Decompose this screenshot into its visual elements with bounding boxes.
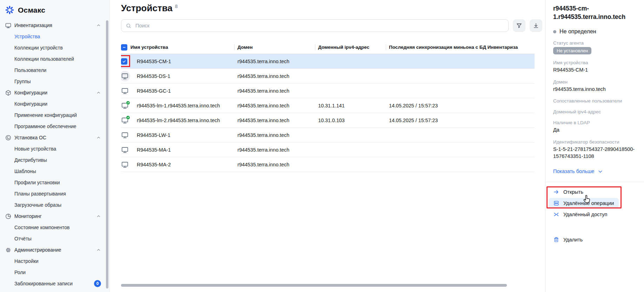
app-logo[interactable]: Осмакс — [0, 0, 109, 19]
ldap-label: Наличие в LDAP — [553, 120, 637, 125]
device-sync-cell — [386, 142, 535, 157]
sidebar-item-reports[interactable]: Отчёты — [0, 233, 109, 244]
sidebar-item-label: Заблокированные записи — [14, 281, 73, 286]
table-row[interactable]: R944535-LW-1 r944535.terra.inno.tech — [121, 128, 535, 142]
sidebar-scrollbar[interactable] — [106, 20, 108, 288]
device-domain-cell: r944535.terra.inno.tech — [234, 54, 315, 69]
search-box[interactable] — [121, 19, 509, 32]
chevron-up-icon — [96, 90, 101, 95]
filter-button[interactable] — [513, 19, 525, 32]
blocked-accounts-count-badge: 0 — [94, 280, 101, 287]
sidebar-item-label: Устройства — [14, 34, 40, 39]
device-ip-cell — [315, 142, 386, 157]
main-content: Устройства 8 Имя устройства Домен — [110, 0, 545, 292]
sidebar-item-distributions[interactable]: Дистрибутивы — [0, 154, 109, 166]
sidebar-section-inventory[interactable]: Инвентаризация — [0, 20, 109, 31]
device-domain-cell: r944535.terra.inno.tech — [234, 69, 315, 84]
table-row[interactable]: R944535-MA-2 r944535.terra.inno.tech — [121, 157, 535, 172]
devices-table: Имя устройства Домен Доменный ipv4-адрес… — [121, 41, 535, 172]
open-button[interactable]: Открыть — [549, 187, 588, 197]
row-checkbox[interactable] — [121, 58, 127, 65]
agent-status-badge: Не установлен — [553, 47, 591, 54]
device-icon — [121, 161, 129, 168]
sid-value: S-1-5-21-2781754327-2890418500-157674335… — [553, 146, 637, 160]
column-header-domain[interactable]: Домен — [234, 41, 315, 54]
column-header-ip[interactable]: Доменный ipv4-адрес — [315, 41, 386, 54]
sidebar-section-configurations[interactable]: Конфигурации — [0, 87, 109, 98]
select-all-checkbox[interactable] — [121, 44, 127, 51]
export-button[interactable] — [530, 19, 542, 32]
device-icon — [121, 117, 129, 124]
sidebar-item-settings[interactable]: Настройки — [0, 255, 109, 267]
sidebar-item-component-status[interactable]: Состояние компонентов — [0, 222, 109, 233]
sidebar-item-users[interactable]: Пользователи — [0, 65, 109, 76]
table-row[interactable]: R944535-MA-1 r944535.terra.inno.tech — [121, 142, 535, 157]
ldap-value: Да — [553, 127, 637, 134]
sidebar-section-monitoring[interactable]: Мониторинг — [0, 211, 109, 222]
device-ip-cell: 10.31.0.103 — [315, 113, 386, 128]
sidebar-item-label: Состояние компонентов — [14, 225, 70, 230]
section-label: Установка ОС — [14, 135, 46, 140]
sidebar-item-software[interactable]: Программное обеспечение — [0, 121, 109, 132]
sidebar-item-new-devices[interactable]: Новые устройства — [0, 143, 109, 154]
sidebar-item-devices[interactable]: Устройства — [0, 31, 109, 42]
sidebar-item-device-collections[interactable]: Коллекции устройств — [0, 42, 109, 53]
column-header-sync[interactable]: Последняя синхронизация миньона с БД Инв… — [386, 41, 535, 54]
column-header-name[interactable]: Имя устройства — [130, 41, 234, 54]
sidebar-item-configurations[interactable]: Конфигурации — [0, 98, 109, 109]
table-row[interactable]: r944535-lm-1.r944535.terra.inno.tech r94… — [121, 98, 535, 113]
sidebar-item-label: Дистрибутивы — [14, 157, 47, 163]
device-name-cell: R944535-MA-1 — [130, 142, 234, 157]
sidebar-section-os-install[interactable]: Установка ОС — [0, 132, 109, 143]
chevron-up-icon — [96, 23, 101, 28]
table-horizontal-scrollbar[interactable] — [121, 284, 507, 287]
section-label: Конфигурации — [14, 90, 47, 95]
sidebar-item-groups[interactable]: Группы — [0, 76, 109, 87]
device-domain-cell: r944535.terra.inno.tech — [234, 128, 315, 142]
device-name-cell: R944535-MA-2 — [130, 157, 234, 172]
table-row[interactable]: r944535-lm-2.r944535.terra.inno.tech r94… — [121, 113, 535, 128]
remote-operations-icon — [553, 200, 559, 206]
device-name-cell: r944535-lm-2.r944535.terra.inno.tech — [130, 113, 234, 128]
ip-label: Доменный ipv4-адрес — [553, 109, 637, 114]
sidebar-item-user-collections[interactable]: Коллекции пользователей — [0, 53, 109, 65]
device-domain-cell: r944535.terra.inno.tech — [234, 142, 315, 157]
device-domain-cell: r944535.terra.inno.tech — [234, 84, 315, 98]
chevron-up-icon — [96, 247, 101, 252]
sidebar-item-label: Новые устройства — [14, 146, 56, 152]
arrow-right-icon — [553, 189, 559, 195]
remote-access-icon — [553, 211, 559, 218]
sidebar-item-label: Шаблоны — [14, 168, 36, 174]
sidebar-item-label: Применение конфигураций — [14, 112, 77, 118]
section-label: Мониторинг — [14, 213, 42, 219]
chevron-up-icon — [96, 214, 101, 219]
sidebar-item-templates[interactable]: Шаблоны — [0, 166, 109, 177]
table-row[interactable]: R944535-GC-1 r944535.terra.inno.tech — [121, 84, 535, 98]
sidebar-item-deployment-plans[interactable]: Планы развертывания — [0, 188, 109, 199]
device-ip-cell — [315, 128, 386, 142]
sidebar-item-boot-images[interactable]: Загрузочные образы — [0, 199, 109, 211]
remote-access-button[interactable]: Удалённый доступ — [549, 209, 612, 220]
delete-button[interactable]: Удалить — [549, 234, 588, 245]
sidebar-item-roles[interactable]: Роли — [0, 267, 109, 278]
sidebar-item-label: Коллекции пользователей — [14, 56, 74, 62]
sidebar-item-label: Планы развертывания — [14, 191, 66, 197]
search-input[interactable] — [135, 22, 504, 29]
sidebar-item-install-profiles[interactable]: Профили установки — [0, 177, 109, 188]
detail-title: r944535-cm-1.r944535.terra.inno.tech — [553, 5, 637, 21]
remote-operations-button[interactable]: Удалённые операции — [549, 198, 619, 208]
sidebar-item-config-apply[interactable]: Применение конфигураций — [0, 109, 109, 121]
app-logo-icon — [5, 5, 14, 15]
device-icon — [121, 146, 129, 154]
check-icon — [122, 59, 126, 64]
show-more-link[interactable]: Показать больше — [553, 168, 637, 174]
table-row[interactable]: R944535-DS-1 r944535.terra.inno.tech — [121, 69, 535, 84]
sidebar-section-administration[interactable]: Администрирование — [0, 244, 109, 255]
sidebar-item-label: Профили установки — [14, 180, 60, 185]
device-icon — [121, 72, 129, 80]
device-sync-cell — [386, 157, 535, 172]
sidebar-item-blocked-accounts[interactable]: Заблокированные записи 0 — [0, 278, 109, 289]
table-row[interactable]: R944535-CM-1 r944535.terra.inno.tech — [121, 54, 535, 69]
domain-value: r944535.terra.inno.tech — [553, 86, 637, 93]
device-actions: Открыть Удалённые операции Удалённый дос… — [549, 187, 637, 245]
